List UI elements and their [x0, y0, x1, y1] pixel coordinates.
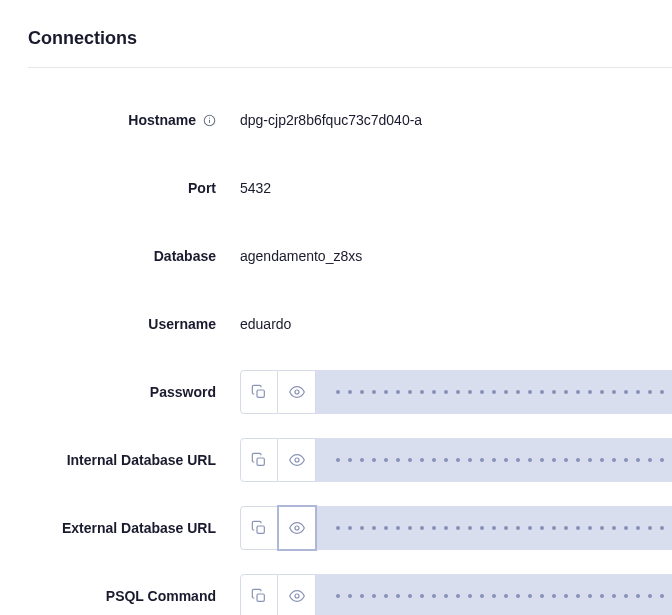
masked-value-password: [316, 370, 672, 414]
secret-wrap-internal-url: [240, 438, 672, 482]
svg-point-8: [295, 526, 299, 530]
svg-point-10: [295, 594, 299, 598]
copy-button[interactable]: [240, 370, 278, 414]
svg-point-4: [295, 390, 299, 394]
label-database-text: Database: [154, 248, 216, 264]
label-external-url: External Database URL: [28, 520, 224, 536]
label-internal-url: Internal Database URL: [28, 452, 224, 468]
label-port: Port: [28, 180, 224, 196]
label-external-url-text: External Database URL: [62, 520, 216, 536]
svg-rect-3: [257, 390, 264, 397]
svg-point-2: [208, 117, 209, 118]
copy-button[interactable]: [240, 506, 278, 550]
reveal-button[interactable]: [278, 506, 316, 550]
label-hostname-text: Hostname: [128, 112, 196, 128]
svg-rect-7: [257, 526, 264, 533]
reveal-button[interactable]: [278, 370, 316, 414]
label-database: Database: [28, 248, 224, 264]
value-port: 5432: [224, 180, 271, 196]
reveal-button[interactable]: [278, 438, 316, 482]
label-username: Username: [28, 316, 224, 332]
value-hostname: dpg-cjp2r8b6fquc73c7d040-a: [224, 112, 422, 128]
copy-button[interactable]: [240, 574, 278, 615]
value-database: agendamento_z8xs: [224, 248, 362, 264]
label-username-text: Username: [148, 316, 216, 332]
reveal-button[interactable]: [278, 574, 316, 615]
section-title-connections: Connections: [28, 28, 672, 67]
label-psql-command-text: PSQL Command: [106, 588, 216, 604]
value-username: eduardo: [224, 316, 291, 332]
info-icon[interactable]: [202, 113, 216, 127]
copy-button[interactable]: [240, 438, 278, 482]
secret-wrap-psql-command: [240, 574, 672, 615]
row-port: Port 5432: [28, 166, 672, 210]
row-internal-url: Internal Database URL: [28, 438, 672, 482]
svg-point-6: [295, 458, 299, 462]
row-hostname: Hostname dpg-cjp2r8b6fquc73c7d040-a: [28, 98, 672, 142]
svg-rect-9: [257, 594, 264, 601]
row-username: Username eduardo: [28, 302, 672, 346]
row-external-url: External Database URL: [28, 506, 672, 550]
label-internal-url-text: Internal Database URL: [67, 452, 216, 468]
label-password: Password: [28, 384, 224, 400]
divider: [28, 67, 672, 68]
row-password: Password: [28, 370, 672, 414]
masked-value-internal-url: [316, 438, 672, 482]
label-password-text: Password: [150, 384, 216, 400]
label-psql-command: PSQL Command: [28, 588, 224, 604]
label-hostname: Hostname: [28, 112, 224, 128]
masked-value-psql-command: [316, 574, 672, 615]
row-psql-command: PSQL Command: [28, 574, 672, 615]
row-database: Database agendamento_z8xs: [28, 234, 672, 278]
label-port-text: Port: [188, 180, 216, 196]
secret-wrap-password: [240, 370, 672, 414]
secret-wrap-external-url: [240, 506, 672, 550]
masked-value-external-url: [316, 506, 672, 550]
svg-rect-5: [257, 458, 264, 465]
